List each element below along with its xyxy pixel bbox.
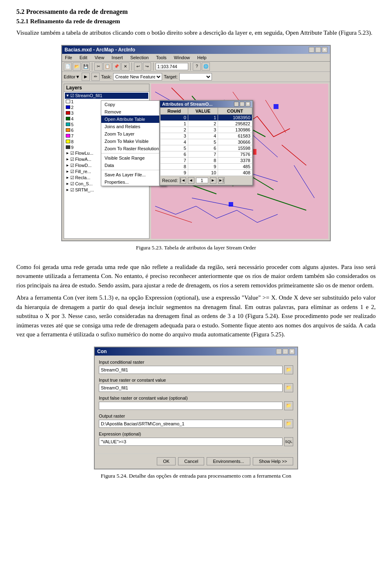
zoom-input[interactable] <box>156 63 188 70</box>
layer-name-flowa: FlowA... <box>75 157 91 162</box>
table-row[interactable]: 89485 <box>160 163 252 169</box>
con-sql-btn[interactable]: SQL <box>284 437 293 446</box>
table-row[interactable]: 23130986 <box>160 127 252 133</box>
menu-help[interactable]: Help <box>196 55 208 60</box>
open-button[interactable]: 📂 <box>73 62 81 71</box>
arcmap-titlebar: Bacias.mxd - ArcMap - ArcInfo _ □ ✕ <box>62 46 330 54</box>
con-titlebar: Con _ □ ✕ <box>95 347 297 356</box>
con-browse-4[interactable]: 📁 <box>284 419 293 428</box>
menu-selection[interactable]: Selection <box>129 55 150 60</box>
con-browse-3[interactable]: 📁 <box>284 401 293 410</box>
ok-button[interactable]: OK <box>157 457 176 465</box>
attr-minimize[interactable]: _ <box>234 102 239 107</box>
record-input[interactable] <box>196 178 208 183</box>
save-button[interactable]: 💾 <box>82 62 90 71</box>
con-close[interactable]: ✕ <box>289 349 295 354</box>
environments-button[interactable]: Environments... <box>207 457 250 465</box>
con-browse-2[interactable]: 📁 <box>284 383 293 392</box>
ctx-zoom-layer[interactable]: Zoom To Layer <box>101 130 166 138</box>
ctx-joins[interactable]: Joins and Relates ► <box>101 123 166 130</box>
copy-button[interactable]: 📋 <box>103 62 111 71</box>
layer-name-flowd: FlowD... <box>75 163 91 168</box>
table-row[interactable]: 011083950 <box>160 114 252 120</box>
globe-button[interactable]: 🌐 <box>202 62 210 71</box>
toolbar-sep-1 <box>92 62 92 71</box>
ctx-data[interactable]: Data ► <box>101 162 166 169</box>
minimize-button[interactable]: _ <box>309 47 314 53</box>
table-row[interactable]: 677576 <box>160 151 252 157</box>
ctx-remove[interactable]: Remove <box>101 108 166 116</box>
section-title: 5.2 Processamento da rede de drenagem <box>16 8 376 16</box>
ctx-scale[interactable]: Visible Scale Range ► <box>101 154 166 162</box>
menu-view[interactable]: View <box>94 55 106 60</box>
nav-first[interactable]: |◄ <box>180 177 186 184</box>
layer-name-recla: Recla... <box>75 175 90 180</box>
attr-close[interactable]: ✕ <box>245 102 250 107</box>
con-input-3[interactable] <box>99 402 283 410</box>
menu-tools[interactable]: Tools <box>155 55 168 60</box>
cut-button[interactable]: ✂ <box>94 62 102 71</box>
new-button[interactable]: 📄 <box>64 62 72 71</box>
ctx-copy[interactable]: Copy <box>101 101 166 108</box>
nav-last[interactable]: ►| <box>218 177 225 184</box>
delete-button[interactable]: ✕ <box>121 62 129 71</box>
map-area[interactable]: Attributes of StreamO... _ □ ✕ Rowid <box>151 84 328 239</box>
attr-titlebar: Attributes of StreamO... _ □ ✕ <box>160 101 252 107</box>
ctx-open-attr[interactable]: Open Attribute Table <box>101 116 166 123</box>
con-maximize[interactable]: □ <box>283 349 288 354</box>
cancel-button[interactable]: Cancel <box>178 457 204 465</box>
layer-streamo[interactable]: ▼ ☑ StreamO_fill1 <box>65 93 148 99</box>
color-3 <box>66 111 70 115</box>
layer-check: ☑ <box>70 93 74 98</box>
ctx-save-layer[interactable]: Save As Layer File... <box>101 171 166 178</box>
menu-file[interactable]: File <box>64 55 74 60</box>
nav-prev[interactable]: ◄ <box>188 177 194 184</box>
menu-window[interactable]: Window <box>173 55 191 60</box>
con-browse-1[interactable]: 📁 <box>284 365 293 374</box>
table-row[interactable]: 3461583 <box>160 133 252 139</box>
con-label-3: Input false raster or constant value (op… <box>99 396 293 400</box>
con-input-4[interactable] <box>99 420 283 428</box>
editor-btn1[interactable]: ▶ <box>82 73 90 81</box>
nav-next[interactable]: ► <box>210 177 216 184</box>
table-row[interactable]: 5615598 <box>160 145 252 151</box>
map-background: Attributes of StreamO... _ □ ✕ Rowid <box>151 84 328 239</box>
show-help-button[interactable]: Show Help >> <box>253 457 293 465</box>
arcmap-window[interactable]: Bacias.mxd - ArcMap - ArcInfo _ □ ✕ File… <box>61 45 331 241</box>
con-input-5[interactable] <box>99 438 283 446</box>
attr-maximize[interactable]: □ <box>240 102 245 107</box>
maximize-button[interactable]: □ <box>315 47 321 53</box>
expand-icon[interactable]: ▼ <box>66 93 69 98</box>
attr-table-window[interactable]: Attributes of StreamO... _ □ ✕ Rowid <box>159 100 253 186</box>
task-select[interactable]: Create New Feature <box>113 73 162 80</box>
menu-insert[interactable]: Insert <box>110 55 124 60</box>
target-select[interactable] <box>179 73 212 80</box>
con-input-row-3: 📁 <box>99 401 293 410</box>
paste-button[interactable]: 📌 <box>112 62 120 71</box>
ctx-zoom-visible[interactable]: Zoom To Make Visible <box>101 138 166 145</box>
con-minimize[interactable]: _ <box>276 349 282 354</box>
table-row[interactable]: 783378 <box>160 157 252 163</box>
con-input-1[interactable] <box>99 366 283 374</box>
con-input-2[interactable] <box>99 384 283 392</box>
editor-btn2[interactable]: ✏ <box>91 73 100 81</box>
table-row[interactable]: 910408 <box>160 169 252 176</box>
menu-edit[interactable]: Edit <box>78 55 89 60</box>
svg-line-15 <box>155 210 192 222</box>
table-row[interactable]: 4530666 <box>160 139 252 145</box>
redo-button[interactable]: ↪ <box>143 62 151 71</box>
ctx-zoom-raster[interactable]: Zoom To Raster Resolution <box>101 145 166 152</box>
context-menu[interactable]: Copy Remove Open Attribute Table Joins a… <box>101 100 166 186</box>
con-window[interactable]: Con _ □ ✕ Input conditional raster 📁 Inp… <box>94 347 298 469</box>
layer-srtm[interactable]: ► ☑ SRTM_... <box>65 187 148 193</box>
close-button[interactable]: ✕ <box>322 47 327 53</box>
help-button[interactable]: ? <box>193 62 201 71</box>
con-title: Con <box>97 349 107 354</box>
undo-button[interactable]: ↩ <box>134 62 142 71</box>
layers-panel: Layers ▼ ☑ StreamO_fill1 1 2 <box>64 84 149 239</box>
attr-title-buttons: _ □ ✕ <box>234 102 250 107</box>
con-title-btns: _ □ ✕ <box>276 349 295 354</box>
ctx-properties[interactable]: Properties... <box>101 178 166 186</box>
intro-paragraph: Visualize também a tabela de atributos c… <box>16 28 376 38</box>
table-row[interactable]: 12295822 <box>160 120 252 127</box>
